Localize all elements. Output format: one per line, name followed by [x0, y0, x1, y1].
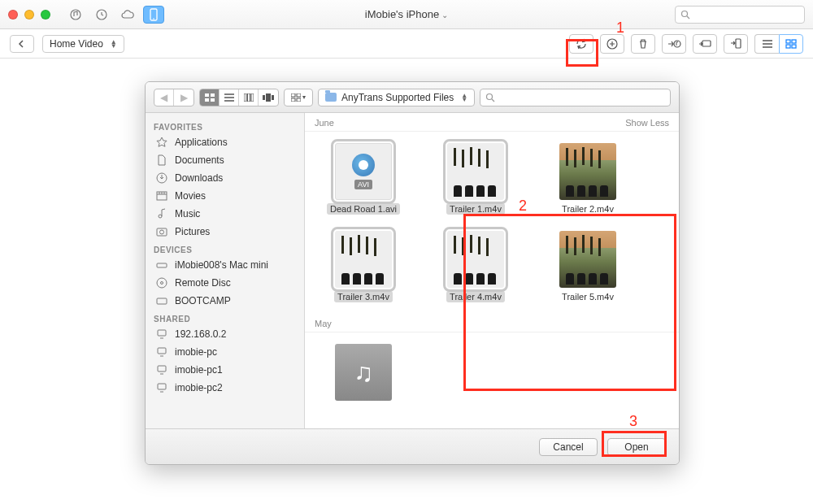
nav-next-button[interactable]: ▶ [174, 89, 193, 106]
file-thumbnail: AVI [335, 143, 392, 200]
file-item[interactable]: Trailer 2.m4v [544, 143, 632, 215]
svg-rect-18 [247, 93, 250, 102]
computer-icon [155, 381, 168, 394]
svg-rect-7 [702, 41, 711, 46]
icon-view-button[interactable] [200, 89, 220, 106]
file-item[interactable]: Trailer 4.m4v [432, 231, 520, 302]
file-grid-may: ♫ [305, 332, 679, 412]
breadcrumb-dropdown[interactable]: Home Video ▲▼ [42, 35, 124, 53]
category-icons [65, 6, 164, 24]
file-thumbnail [447, 231, 504, 288]
to-mac-button[interactable] [693, 34, 717, 54]
arrange-seg: ▾ [284, 89, 313, 106]
add-button[interactable] [600, 34, 624, 54]
open-button[interactable]: Open [607, 438, 666, 456]
sidebar-group-devices: DEVICES [146, 241, 304, 256]
svg-rect-26 [297, 98, 301, 102]
view-mode-toggle [754, 34, 803, 54]
device-icon[interactable] [143, 6, 164, 24]
file-thumbnail [335, 231, 392, 288]
file-name: Trailer 3.m4v [334, 291, 393, 302]
file-item[interactable]: Trailer 3.m4v [320, 231, 407, 302]
list-view-button[interactable] [754, 34, 779, 54]
svg-rect-10 [792, 40, 796, 43]
itunes-icon[interactable] [65, 6, 86, 24]
dialog-sidebar: FAVORITES Applications Documents Downloa… [146, 113, 305, 428]
sidebar-item-shared-2[interactable]: imobie-pc1 [146, 361, 304, 379]
cancel-button[interactable]: Cancel [539, 438, 598, 456]
svg-rect-32 [157, 263, 167, 267]
location-label: AnyTrans Supported Files [341, 92, 454, 103]
sidebar-group-shared: SHARED [146, 310, 304, 325]
column-view-button[interactable] [239, 89, 259, 106]
computer-icon [155, 363, 168, 376]
chevron-down-icon: ⌄ [441, 11, 448, 20]
sidebar-item-downloads[interactable]: Downloads [146, 169, 304, 187]
file-name: Dead Road 1.avi [327, 203, 400, 215]
grid-view-button[interactable] [779, 34, 803, 54]
file-name: Trailer 1.m4v [446, 203, 505, 215]
updown-icon: ▲▼ [111, 40, 117, 48]
file-item[interactable]: Trailer 5.m4v [544, 231, 632, 302]
file-grid-june: AVI Dead Road 1.avi Trailer 1.m4v Traile… [305, 132, 679, 314]
file-item[interactable]: ♫ [320, 344, 407, 401]
close-window[interactable] [8, 10, 18, 20]
svg-point-3 [153, 18, 154, 20]
toolbar-actions [569, 34, 803, 54]
svg-rect-39 [158, 384, 166, 389]
movies-icon [155, 189, 168, 202]
file-name: Trailer 2.m4v [559, 203, 617, 215]
delete-button[interactable] [631, 34, 655, 54]
sidebar-item-pictures[interactable]: Pictures [146, 223, 304, 241]
sidebar-item-remotedisc[interactable]: Remote Disc [146, 274, 304, 292]
back-button[interactable] [10, 35, 34, 53]
section-title: May [315, 319, 332, 328]
breadcrumb-label: Home Video [50, 38, 103, 50]
svg-point-6 [674, 41, 680, 47]
sidebar-item-shared-0[interactable]: 192.168.0.2 [146, 325, 304, 343]
minimize-window[interactable] [24, 10, 34, 20]
to-device-button[interactable] [724, 34, 748, 54]
svg-rect-9 [786, 40, 790, 43]
to-itunes-button[interactable] [662, 34, 686, 54]
window-controls [8, 10, 50, 20]
downloads-icon [155, 172, 168, 185]
file-item[interactable]: Trailer 1.m4v [432, 143, 520, 215]
refresh-button[interactable] [569, 34, 593, 54]
sidebar-item-shared-3[interactable]: imobie-pc2 [146, 379, 304, 397]
location-dropdown[interactable]: AnyTrans Supported Files ▲▼ [318, 89, 475, 106]
main-search-field[interactable] [675, 6, 805, 24]
sidebar-group-favorites: FAVORITES [146, 118, 304, 133]
macmini-icon [155, 259, 168, 272]
file-item[interactable]: AVI Dead Road 1.avi [320, 143, 407, 215]
svg-rect-13 [205, 93, 209, 97]
sidebar-item-documents[interactable]: Documents [146, 151, 304, 169]
dialog-search-field[interactable] [480, 89, 671, 106]
sidebar-item-bootcamp[interactable]: BOOTCAMP [146, 292, 304, 310]
sidebar-item-applications[interactable]: Applications [146, 133, 304, 151]
nav-prev-button[interactable]: ◀ [154, 89, 174, 106]
svg-rect-36 [158, 330, 166, 336]
arrange-button[interactable]: ▾ [285, 89, 312, 106]
sidebar-item-music[interactable]: Music [146, 205, 304, 223]
coverflow-view-button[interactable] [259, 89, 278, 106]
search-icon [485, 93, 495, 102]
sidebar-item-macmini[interactable]: iMobie008's Mac mini [146, 256, 304, 274]
sidebar-item-shared-1[interactable]: imobie-pc [146, 343, 304, 361]
pictures-icon [155, 225, 168, 238]
file-thumbnail [559, 231, 616, 288]
svg-rect-22 [272, 95, 274, 100]
clock-icon[interactable] [91, 6, 112, 24]
svg-rect-25 [291, 98, 295, 102]
svg-point-33 [157, 278, 167, 288]
svg-rect-11 [786, 45, 790, 48]
file-thumbnail: ♫ [335, 344, 392, 401]
svg-rect-37 [158, 348, 166, 354]
section-toggle[interactable]: Show Less [625, 118, 669, 128]
view-seg [199, 89, 279, 106]
sidebar-item-movies[interactable]: Movies [146, 187, 304, 205]
zoom-window[interactable] [41, 10, 50, 20]
list-view-button-dlg[interactable] [220, 89, 239, 106]
cloud-icon[interactable] [117, 6, 138, 24]
file-thumbnail [559, 143, 616, 200]
